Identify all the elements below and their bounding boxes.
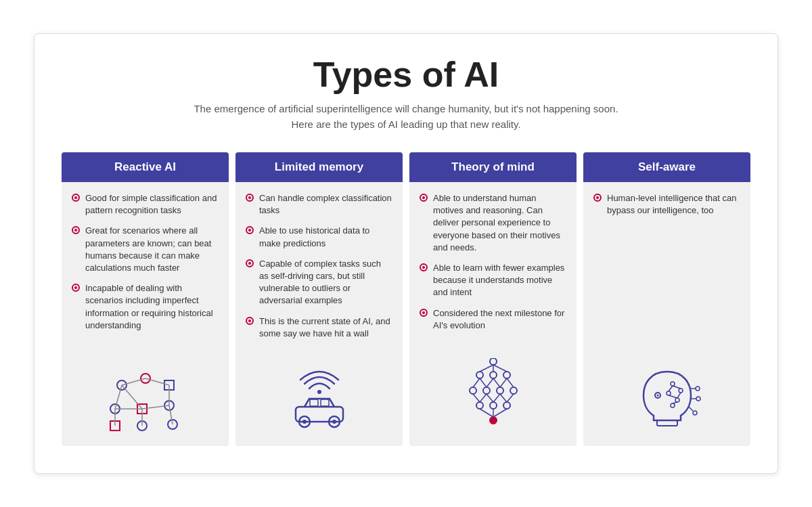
svg-point-33	[497, 387, 503, 394]
list-item: Incapable of dealing with scenarios incl…	[72, 282, 219, 332]
svg-point-19	[317, 390, 321, 394]
svg-point-62	[675, 398, 679, 402]
card-limited-memory-body: Can handle complex classification tasks …	[235, 182, 403, 355]
list-item: Human-level intelligence that can bypass…	[593, 192, 740, 217]
svg-point-59	[656, 394, 658, 396]
reactive-ai-icon	[108, 372, 183, 433]
svg-point-32	[483, 387, 490, 394]
svg-point-64	[671, 403, 675, 407]
bullet-icon	[593, 194, 602, 202]
svg-point-63	[667, 391, 671, 395]
svg-point-28	[476, 372, 483, 378]
svg-rect-22	[321, 399, 329, 406]
theory-of-mind-icon	[463, 358, 524, 433]
card-self-aware-icon	[583, 355, 750, 446]
svg-line-46	[500, 378, 507, 387]
card-limited-memory-header: Limited memory	[235, 152, 403, 182]
svg-line-53	[507, 394, 514, 402]
svg-line-16	[169, 405, 173, 424]
bullet-icon	[420, 263, 428, 271]
svg-line-47	[507, 378, 514, 387]
svg-point-61	[679, 389, 683, 393]
svg-line-17	[122, 385, 142, 409]
svg-point-73	[696, 397, 700, 401]
list-item: Able to use historical data to make pred…	[246, 225, 392, 249]
card-self-aware-body: Human-level intelligence that can bypass…	[583, 182, 750, 355]
svg-line-66	[677, 393, 681, 398]
svg-point-29	[490, 372, 497, 378]
card-theory-of-mind-body: Able to understand human motives and rea…	[409, 182, 577, 348]
svg-point-60	[671, 382, 675, 386]
card-theory-of-mind-icon	[409, 348, 577, 446]
svg-point-30	[503, 372, 510, 378]
svg-point-37	[503, 402, 510, 409]
card-limited-memory-icon	[235, 355, 403, 446]
page-title: Types of AI	[62, 54, 750, 95]
main-container: Types of AI The emergence of artificial …	[34, 33, 778, 474]
svg-point-26	[332, 420, 336, 424]
svg-point-38	[490, 417, 497, 424]
svg-line-39	[480, 365, 493, 372]
list-item: Able to understand human motives and rea…	[420, 192, 566, 254]
bullet-icon	[72, 226, 80, 234]
svg-rect-20	[296, 407, 343, 422]
card-reactive-icon	[62, 361, 229, 446]
card-reactive-header: Reactive AI	[62, 152, 229, 182]
bullet-icon	[420, 194, 428, 202]
svg-line-50	[487, 394, 493, 402]
svg-line-49	[480, 394, 487, 402]
list-item: Capable of complex tasks such as self-dr…	[246, 258, 392, 307]
svg-line-51	[493, 394, 500, 402]
svg-point-31	[470, 387, 476, 394]
cards-grid: Reactive AI Good for simple classificati…	[62, 152, 750, 446]
svg-line-56	[493, 409, 507, 417]
list-item: Good for simple classification and patte…	[72, 192, 219, 217]
bullet-icon	[246, 226, 254, 234]
bullet-icon	[246, 317, 254, 325]
svg-line-67	[669, 395, 677, 398]
list-item: Able to learn with fewer examples becaus…	[420, 262, 566, 299]
svg-point-25	[302, 420, 307, 424]
list-item: Considered the next milestone for AI's e…	[420, 307, 566, 332]
card-limited-memory: Limited memory Can handle complex classi…	[235, 152, 403, 446]
svg-line-45	[493, 378, 500, 387]
svg-line-41	[493, 365, 507, 372]
bullet-icon	[246, 194, 254, 202]
svg-line-69	[673, 402, 677, 403]
list-item: Great for scenarios where all parameters…	[72, 225, 219, 274]
list-item: Can handle complex classification tasks	[246, 192, 392, 217]
card-self-aware-header: Self-aware	[583, 152, 750, 182]
bullet-icon	[246, 259, 254, 267]
svg-point-34	[510, 387, 517, 394]
limited-memory-icon	[286, 365, 353, 433]
card-theory-of-mind: Theory of mind Able to understand human …	[409, 152, 577, 446]
card-theory-of-mind-header: Theory of mind	[409, 152, 577, 182]
svg-line-68	[669, 386, 673, 391]
svg-line-43	[480, 378, 487, 387]
bullet-icon	[72, 284, 80, 292]
bullet-icon	[72, 194, 80, 202]
list-item: This is the current state of AI, and som…	[246, 315, 392, 340]
svg-point-36	[490, 402, 497, 409]
svg-point-71	[696, 387, 700, 391]
svg-line-74	[689, 407, 693, 411]
page-subtitle: The emergence of artificial superintelli…	[62, 102, 750, 132]
card-reactive-body: Good for simple classification and patte…	[62, 182, 229, 361]
svg-rect-21	[310, 399, 318, 406]
svg-line-54	[480, 409, 493, 417]
svg-point-27	[490, 358, 497, 365]
svg-point-75	[693, 411, 697, 415]
bullet-icon	[420, 309, 428, 317]
card-self-aware: Self-aware Human-level intelligence that…	[583, 152, 750, 446]
page-header: Types of AI The emergence of artificial …	[62, 54, 750, 132]
card-reactive: Reactive AI Good for simple classificati…	[62, 152, 229, 446]
svg-line-42	[473, 378, 480, 387]
svg-line-48	[473, 394, 480, 402]
svg-line-52	[500, 394, 507, 402]
self-aware-icon	[633, 365, 701, 433]
svg-line-44	[487, 378, 493, 387]
svg-line-65	[673, 386, 681, 389]
svg-point-35	[476, 402, 483, 409]
